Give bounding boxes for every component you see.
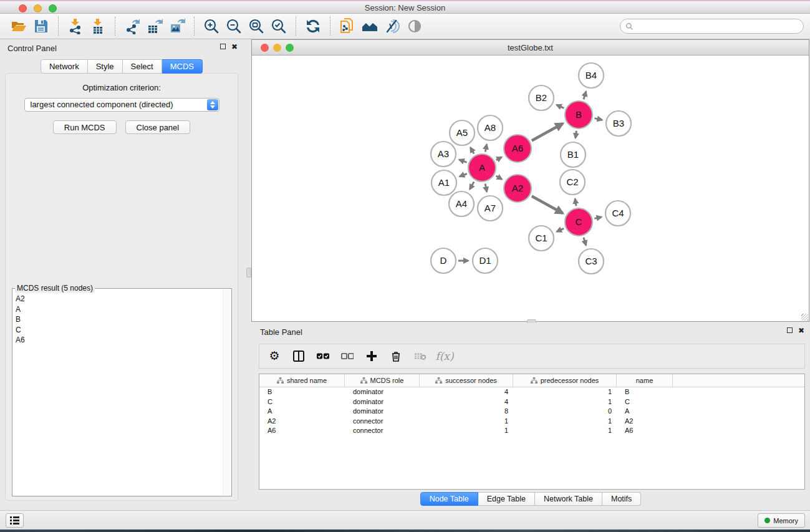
criterion-select[interactable]: largest connected component (directed) — [24, 98, 219, 112]
unselect-all-columns-icon[interactable] — [340, 349, 355, 364]
table-cell[interactable]: 0 — [513, 407, 617, 417]
float-panel-icon[interactable] — [787, 327, 794, 334]
graph-node-A7[interactable]: A7 — [478, 196, 503, 221]
graph-node-B4[interactable]: B4 — [579, 63, 604, 88]
graph-node-C2[interactable]: C2 — [560, 170, 585, 195]
graph-edge[interactable] — [470, 182, 474, 190]
column-header[interactable]: shared name — [259, 374, 345, 387]
graph-node-B1[interactable]: B1 — [561, 142, 586, 167]
show-column-icon[interactable] — [291, 349, 306, 364]
node-table[interactable]: shared nameMCDS rolesuccessor nodesprede… — [259, 374, 805, 490]
graph-node-A[interactable]: A — [468, 154, 496, 181]
split-divider-handle[interactable] — [246, 268, 251, 278]
export-image-icon[interactable] — [166, 16, 188, 37]
table-cell[interactable]: connector — [345, 417, 420, 427]
graph-node-A4[interactable]: A4 — [449, 191, 474, 216]
window-resize-grip[interactable] — [801, 314, 808, 321]
mcds-result-item[interactable]: C — [16, 325, 222, 336]
export-network-icon[interactable] — [121, 16, 143, 37]
graph-edge[interactable] — [557, 228, 564, 231]
network-window-titlebar[interactable]: testGlobe.txt — [252, 40, 809, 56]
zoom-selected-icon[interactable] — [268, 16, 290, 37]
graph-edge[interactable] — [459, 160, 466, 162]
column-header[interactable]: successor nodes — [420, 374, 513, 387]
network-canvas-svg[interactable]: B4B2BB3A5A8A6A3B1AA1C2A2A4A7C4CC1C3DD1 — [252, 56, 809, 321]
graph-node-B2[interactable]: B2 — [529, 85, 554, 110]
table-cell[interactable]: A — [259, 407, 345, 417]
graph-edge[interactable] — [496, 157, 502, 160]
graph-node-D1[interactable]: D1 — [473, 248, 498, 273]
refresh-icon[interactable] — [302, 16, 324, 37]
graph-edge[interactable] — [496, 176, 502, 180]
table-cell[interactable]: 1 — [513, 387, 617, 397]
graph-edge[interactable] — [470, 147, 474, 153]
table-row[interactable]: A6connector11A6 — [259, 426, 804, 436]
tab-style[interactable]: Style — [88, 59, 123, 74]
import-table-icon[interactable] — [87, 16, 109, 37]
graph-node-D[interactable]: D — [431, 248, 456, 273]
graph-node-C4[interactable]: C4 — [605, 201, 630, 226]
table-cell[interactable]: 1 — [513, 397, 617, 407]
close-panel-icon[interactable]: ✖ — [798, 327, 805, 334]
delete-table-icon[interactable] — [413, 349, 428, 364]
export-table-icon[interactable] — [143, 16, 166, 37]
graph-node-A6[interactable]: A6 — [504, 135, 531, 162]
show-graphics-details-icon[interactable] — [403, 16, 426, 37]
select-all-columns-icon[interactable] — [316, 349, 330, 364]
add-column-icon[interactable] — [364, 349, 379, 364]
mcds-result-list[interactable]: A2ABCA6 — [13, 289, 222, 495]
graph-node-B[interactable]: B — [565, 101, 592, 128]
memory-button[interactable]: Memory — [758, 513, 805, 528]
run-mcds-button[interactable]: Run MCDS — [53, 120, 117, 134]
graph-edge[interactable] — [485, 145, 486, 152]
home-icon[interactable] — [359, 16, 381, 37]
graph-edge[interactable] — [532, 196, 563, 214]
mcds-result-item[interactable]: A2 — [16, 294, 222, 304]
float-panel-icon[interactable] — [220, 44, 227, 51]
table-cell[interactable]: 1 — [513, 426, 617, 436]
column-header[interactable]: name — [617, 374, 673, 387]
graph-node-A5[interactable]: A5 — [450, 120, 475, 145]
table-cell[interactable]: 4 — [420, 387, 513, 397]
tab-network[interactable]: Network — [41, 59, 88, 74]
mcds-result-item[interactable]: A — [16, 304, 222, 315]
tab-network-table[interactable]: Network Table — [535, 492, 602, 506]
graph-edge[interactable] — [557, 105, 564, 108]
table-cell[interactable]: 1 — [513, 417, 617, 427]
zoom-in-icon[interactable] — [200, 16, 223, 37]
graph-node-B3[interactable]: B3 — [606, 111, 631, 136]
table-cell[interactable]: 1 — [420, 417, 513, 427]
graph-edge[interactable] — [485, 184, 487, 192]
import-network-icon[interactable] — [64, 16, 87, 37]
graph-node-A3[interactable]: A3 — [431, 142, 456, 167]
open-session-icon[interactable] — [7, 16, 30, 37]
graph-node-C3[interactable]: C3 — [579, 249, 604, 274]
graph-edge[interactable] — [594, 118, 602, 120]
tab-motifs[interactable]: Motifs — [602, 492, 641, 506]
mcds-result-item[interactable]: B — [16, 314, 222, 325]
close-panel-icon[interactable]: ✖ — [231, 44, 238, 51]
column-header[interactable]: predecessor nodes — [513, 374, 617, 387]
function-builder-icon[interactable]: f(x) — [437, 349, 452, 364]
zoom-out-icon[interactable] — [223, 16, 245, 37]
table-cell[interactable]: C — [617, 397, 673, 407]
close-panel-button[interactable]: Close panel — [125, 120, 191, 134]
new-network-from-selection-icon[interactable] — [336, 16, 359, 37]
search-field[interactable] — [620, 19, 804, 34]
tab-edge-table[interactable]: Edge Table — [478, 492, 535, 506]
tab-node-table[interactable]: Node Table — [420, 492, 478, 506]
table-cell[interactable]: 4 — [420, 397, 513, 407]
graph-edge[interactable] — [460, 174, 467, 177]
table-cell[interactable]: A — [617, 407, 673, 417]
zoom-fit-icon[interactable] — [245, 16, 268, 37]
graph-edge[interactable] — [575, 199, 576, 206]
table-cell[interactable]: connector — [345, 426, 420, 436]
graph-edge[interactable] — [594, 217, 601, 219]
table-cell[interactable]: dominator — [345, 407, 420, 417]
graph-node-C1[interactable]: C1 — [529, 226, 554, 251]
table-options-gear-icon[interactable]: ⚙ — [267, 349, 282, 364]
table-row[interactable]: A2connector11A2 — [259, 417, 804, 427]
table-cell[interactable]: dominator — [345, 387, 420, 397]
table-cell[interactable]: A2 — [617, 417, 673, 427]
task-history-button[interactable] — [6, 513, 24, 528]
